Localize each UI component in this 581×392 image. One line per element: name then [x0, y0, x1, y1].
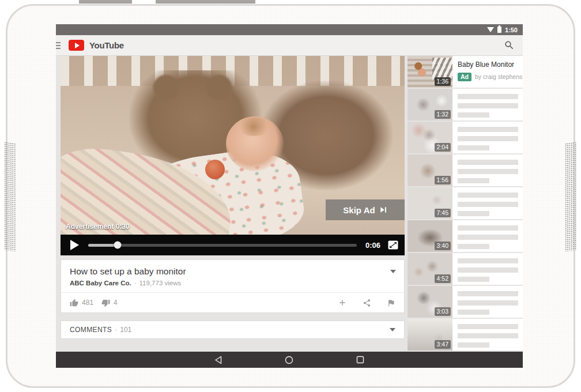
- thumbnail-duration: 4:52: [435, 274, 451, 283]
- ad-video-title: Baby Blue Monitor: [458, 61, 518, 69]
- thumbnail-duration: 2:04: [435, 143, 451, 152]
- expand-description-chevron[interactable]: [390, 270, 396, 273]
- sidebar-video-item[interactable]: 2:04: [408, 122, 523, 153]
- placeholder-text-bar: [458, 277, 489, 282]
- video-thumbnail: 3:40: [408, 220, 452, 252]
- placeholder-text-bar: [458, 136, 518, 141]
- main-content: Skip Ad Advertisement 0:30 0:06: [56, 56, 523, 352]
- elapsed-time: 0:06: [365, 241, 380, 250]
- recents-square-icon: [356, 356, 364, 364]
- expand-comments-chevron[interactable]: [390, 328, 395, 331]
- sidebar-video-item[interactable]: 3:47: [408, 319, 523, 350]
- placeholder-text-bar: [458, 169, 518, 174]
- video-info-card: How to set up a baby monitor ABC Baby Ca…: [61, 259, 405, 313]
- thumb-up-icon: [70, 299, 78, 307]
- thumbnail-duration: 3:03: [435, 307, 451, 316]
- placeholder-text-bar: [458, 225, 518, 231]
- video-player[interactable]: Skip Ad Advertisement 0:30: [61, 56, 405, 235]
- thumbnail-duration: 1:36: [435, 77, 451, 86]
- clock: 1:50: [505, 27, 518, 33]
- placeholder-text-bar: [458, 202, 518, 207]
- dislike-count: 4: [114, 299, 118, 307]
- speaker-grille-left: [4, 142, 16, 252]
- player-controls: 0:06: [61, 235, 405, 255]
- back-triangle-icon: [214, 356, 222, 364]
- ad-countdown-label: Advertisement 0:30: [66, 223, 130, 231]
- video-thumbnail: 2:04: [408, 122, 452, 153]
- thumbnail-duration: 7:45: [435, 209, 451, 217]
- sidebar-ad-item[interactable]: 1:36 Baby Blue Monitor Ad by craig steph…: [408, 56, 523, 88]
- placeholder-text-bar: [458, 103, 518, 108]
- fullscreen-button[interactable]: [388, 240, 398, 250]
- ad-badge: Ad: [458, 73, 471, 81]
- seek-bar[interactable]: [88, 244, 357, 247]
- thumbnail-duration: 1:32: [435, 110, 451, 119]
- home-button[interactable]: [285, 356, 293, 364]
- placeholder-text-bar: [458, 193, 518, 198]
- scene-toy: [205, 160, 225, 179]
- video-thumbnail: 1:56: [408, 154, 452, 186]
- view-count: 119,773 views: [139, 280, 182, 287]
- dot-separator: ·: [134, 280, 137, 287]
- placeholder-text-bar: [458, 300, 518, 306]
- channel-name[interactable]: ABC Baby Care Co.: [70, 280, 131, 287]
- comments-separator: ·: [115, 326, 117, 334]
- video-thumbnail: 7:45: [408, 187, 452, 219]
- android-nav-bar: [56, 352, 523, 368]
- placeholder-text-bar: [458, 211, 489, 216]
- speaker-grille-right: [565, 142, 577, 252]
- placeholder-text-bar: [458, 145, 489, 150]
- menu-icon[interactable]: [56, 42, 62, 49]
- recents-button[interactable]: [356, 356, 364, 364]
- watch-column: Skip Ad Advertisement 0:30 0:06: [61, 56, 405, 352]
- thumb-down-icon: [101, 299, 110, 307]
- video-thumbnail: 3:47: [408, 319, 452, 350]
- like-button[interactable]: 481: [70, 299, 93, 307]
- skip-ad-button[interactable]: Skip Ad: [326, 199, 405, 220]
- skip-ad-label: Skip Ad: [343, 205, 375, 215]
- progress-knob[interactable]: [114, 242, 122, 249]
- dislike-button[interactable]: 4: [101, 299, 118, 307]
- sidebar-video-item[interactable]: 3:40: [408, 220, 523, 252]
- comments-label: COMMENTS: [70, 326, 112, 334]
- placeholder-text-bar: [458, 94, 518, 99]
- thumbnail-duration: 3:40: [435, 242, 451, 250]
- sidebar-video-item[interactable]: 1:56: [408, 154, 523, 186]
- video-thumbnail: 4:52: [408, 253, 452, 285]
- back-button[interactable]: [214, 356, 222, 364]
- comments-card[interactable]: COMMENTS · 101: [61, 321, 405, 339]
- search-icon[interactable]: [504, 40, 515, 51]
- sidebar-video-item[interactable]: 1:32: [408, 89, 523, 120]
- sidebar-video-item[interactable]: 3:03: [408, 286, 523, 318]
- ad-byline: by craig stephens: [475, 73, 522, 80]
- progress-fill: [88, 244, 118, 247]
- flag-icon[interactable]: [387, 299, 395, 307]
- like-count: 481: [82, 299, 93, 307]
- share-icon[interactable]: [363, 299, 371, 307]
- battery-icon: [497, 27, 501, 33]
- sidebar-video-item[interactable]: 4:52: [408, 253, 523, 285]
- video-title: How to set up a baby monitor: [70, 266, 186, 277]
- play-button[interactable]: [70, 240, 79, 250]
- placeholder-text-bar: [458, 342, 489, 348]
- youtube-logo-icon[interactable]: [69, 40, 84, 51]
- video-actions-row: 481 4: [61, 292, 404, 312]
- scene-baby-head: [226, 116, 284, 171]
- power-button: [79, 0, 132, 3]
- video-thumbnail: 3:03: [408, 286, 452, 318]
- placeholder-text-bar: [458, 267, 518, 273]
- skip-next-icon: [379, 206, 387, 214]
- screen: 1:50 YouTube: [56, 24, 523, 368]
- comments-count: 101: [120, 326, 131, 334]
- ad-video-thumbnail: 1:36: [408, 56, 452, 88]
- placeholder-text-bar: [458, 258, 518, 263]
- sidebar-video-item[interactable]: 7:45: [408, 187, 523, 219]
- add-to-playlist-icon[interactable]: [338, 298, 347, 307]
- placeholder-text-bar: [458, 291, 518, 296]
- placeholder-text-bar: [458, 310, 489, 315]
- video-thumbnail: 1:32: [408, 89, 452, 120]
- status-bar: 1:50: [56, 24, 523, 35]
- placeholder-text-bar: [458, 127, 518, 132]
- home-circle-icon: [285, 356, 293, 364]
- placeholder-text-bar: [458, 160, 518, 165]
